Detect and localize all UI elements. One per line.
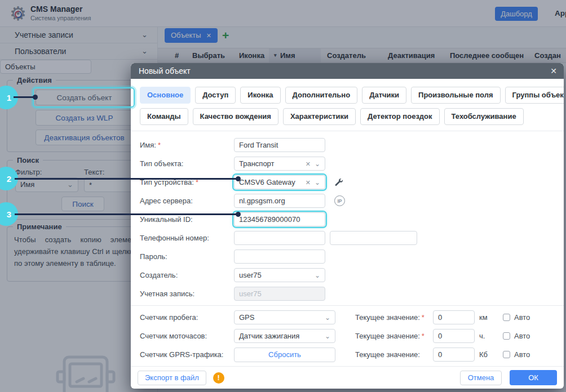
dialog-header: Новый объект ✕: [131, 63, 564, 79]
tab-driving-quality[interactable]: Качество вождения: [193, 108, 278, 125]
engine-hours-unit: ч.: [479, 332, 494, 340]
screen: ⚙ CMS Manager Система управления Дашборд…: [0, 0, 566, 392]
object-type-select[interactable]: Транспорт ✕⌄: [234, 157, 325, 171]
tab-main[interactable]: Основное: [140, 87, 191, 104]
engine-hours-counter-label: Счетчик моточасов:: [140, 332, 234, 340]
dialog-title: Новый объект: [139, 66, 191, 75]
engine-hours-value-input[interactable]: [433, 329, 475, 343]
gprs-value-input[interactable]: [433, 348, 475, 362]
server-address-input[interactable]: [234, 194, 325, 208]
cancel-button[interactable]: Отмена: [460, 371, 502, 385]
password-label: Пароль:: [140, 252, 234, 261]
phone-input-1[interactable]: [234, 231, 325, 245]
chevron-down-icon: ⌄: [325, 314, 330, 322]
reset-gprs-button[interactable]: Сбросить: [234, 348, 335, 362]
export-to-file-button[interactable]: Экспорт в файл: [138, 371, 206, 385]
tab-commands[interactable]: Команды: [140, 108, 188, 125]
creator-select[interactable]: user75 ⌄: [234, 268, 325, 282]
gprs-unit: Кб: [479, 350, 494, 359]
account-input: [234, 287, 325, 301]
chevron-down-icon: ⌄: [315, 271, 320, 279]
mileage-source-select[interactable]: GPS ⌄: [234, 310, 335, 324]
dialog-form: Имя:* Тип объекта: Транспорт ✕⌄ Тип устр…: [131, 131, 564, 303]
engine-hours-auto-checkbox[interactable]: [503, 332, 510, 340]
creator-label: Создатель:: [140, 271, 234, 279]
new-object-dialog: Новый объект ✕ Основное Доступ Иконка До…: [131, 63, 564, 389]
close-icon[interactable]: ✕: [550, 63, 557, 79]
phone-input-2[interactable]: [330, 231, 417, 245]
clear-icon[interactable]: ✕: [306, 179, 311, 186]
gprs-auto-checkbox[interactable]: [503, 351, 510, 358]
mileage-value-input[interactable]: [433, 310, 475, 324]
gprs-counter-label: Счетчик GPRS-трафика:: [140, 350, 234, 359]
gprs-auto-label: Авто: [514, 350, 530, 359]
callout-1-line: [14, 96, 36, 98]
tab-custom-fields[interactable]: Произвольные поля: [411, 87, 500, 104]
engine-hours-auto-label: Авто: [514, 332, 530, 340]
create-object-highlight-ring: [33, 87, 135, 108]
tab-trip-detector[interactable]: Детектор поездок: [360, 108, 439, 125]
chevron-down-icon: ⌄: [315, 179, 320, 186]
warning-icon[interactable]: !: [213, 372, 224, 384]
callout-3-line: [15, 213, 239, 215]
tab-maintenance[interactable]: Техобслуживание: [444, 108, 524, 125]
mileage-auto-label: Авто: [514, 313, 530, 322]
dialog-tabs: Основное Доступ Иконка Дополнительно Дат…: [131, 79, 564, 131]
unique-id-input[interactable]: [234, 212, 325, 226]
chevron-down-icon: ⌄: [315, 160, 320, 168]
ok-button[interactable]: ОК: [510, 370, 557, 385]
phone-label: Телефонный номер:: [140, 234, 234, 242]
unique-id-label: Уникальный ID:: [140, 215, 234, 224]
server-address-label: Адрес сервера:: [140, 197, 234, 205]
mileage-unit: км: [479, 313, 494, 322]
clear-icon[interactable]: ✕: [306, 161, 311, 167]
name-label: Имя:*: [140, 141, 234, 149]
gprs-current-label: Текущее значение:: [355, 350, 433, 359]
account-label: Учетная запись:: [140, 289, 234, 298]
tab-characteristics[interactable]: Характеристики: [283, 108, 356, 125]
device-type-select[interactable]: CMSV6 Gateway ✕⌄: [234, 175, 325, 189]
name-input[interactable]: [234, 138, 325, 152]
engine-hours-current-label: Текущее значение:*: [355, 332, 433, 340]
counters-section: Счетчик пробега: GPS ⌄ Текущее значение:…: [131, 305, 564, 364]
tab-additional[interactable]: Дополнительно: [285, 87, 358, 104]
tab-object-groups[interactable]: Группы объектов: [505, 87, 564, 104]
password-input[interactable]: [234, 250, 325, 264]
object-type-label: Тип объекта:: [140, 159, 234, 168]
tab-access[interactable]: Доступ: [195, 87, 236, 104]
chevron-down-icon: ⌄: [325, 332, 330, 340]
wrench-icon[interactable]: [334, 178, 343, 187]
tab-sensors[interactable]: Датчики: [362, 87, 406, 104]
engine-hours-source-select[interactable]: Датчик зажигания ⌄: [234, 329, 335, 343]
tab-icon[interactable]: Иконка: [240, 87, 280, 104]
mileage-counter-label: Счетчик пробега:: [140, 313, 234, 322]
dialog-footer: Экспорт в файл ! Отмена ОК: [131, 366, 564, 389]
callout-2-line: [15, 178, 239, 180]
mileage-auto-checkbox[interactable]: [503, 314, 510, 321]
mileage-current-label: Текущее значение:*: [355, 313, 433, 322]
ip-icon[interactable]: IP: [334, 195, 345, 206]
